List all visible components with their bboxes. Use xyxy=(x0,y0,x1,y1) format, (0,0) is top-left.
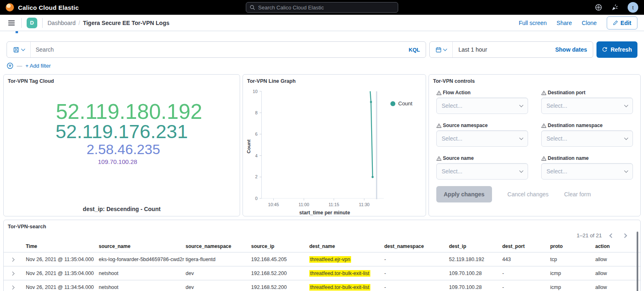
cell-dest-namespace: - xyxy=(384,271,449,276)
count-series-line[interactable] xyxy=(370,91,373,177)
top-app-bar: Calico Cloud Elastic t xyxy=(0,0,644,15)
control-field-source-name: Source name Select... xyxy=(436,155,528,180)
breadcrumb-separator: / xyxy=(79,20,80,26)
chevron-down-icon xyxy=(443,47,447,51)
saved-query-menu-button[interactable] xyxy=(7,42,31,57)
column-header[interactable]: source_name xyxy=(99,243,186,249)
x-tick-label: 11:30 xyxy=(359,202,370,207)
tag-cloud: 52.119.180.192 52.119.176.231 2.58.46.23… xyxy=(4,101,240,165)
filter-circle-icon[interactable] xyxy=(7,62,14,69)
full-screen-button[interactable]: Full screen xyxy=(519,20,546,26)
tag-cloud-item[interactable]: 52.119.176.231 xyxy=(55,122,188,141)
source-name-select[interactable]: Select... xyxy=(436,163,528,180)
legend-label: Count xyxy=(398,100,413,107)
show-dates-button[interactable]: Show dates xyxy=(549,46,593,53)
y-tick-label: 2 xyxy=(255,174,258,179)
column-header[interactable]: proto xyxy=(550,243,595,249)
global-search[interactable] xyxy=(246,2,398,13)
cell-source-ip: 192.168.52.200 xyxy=(251,271,309,276)
newsfeed-party-popper-icon[interactable] xyxy=(611,4,619,11)
legend-item-count[interactable]: Count xyxy=(390,100,413,107)
panel-title: Tor-VPN Tag Cloud xyxy=(4,75,240,86)
chevron-down-icon xyxy=(624,103,628,107)
panel-line-graph: Tor-VPN Line Graph 0 2 4 6 8 10 xyxy=(243,74,426,216)
column-header[interactable]: dest_name xyxy=(309,243,384,249)
panel-title: Tor-VPN controls xyxy=(429,75,640,86)
tag-cloud-item[interactable]: 2.58.46.235 xyxy=(86,143,160,156)
warning-icon xyxy=(436,156,442,161)
line-chart: 0 2 4 6 8 10 10:45 11:00 11:15 11:30 xyxy=(243,86,426,219)
calendar-menu-button[interactable] xyxy=(430,42,453,57)
cell-dest-name-highlighted: threatfeed.tor-bulk-exit-list xyxy=(309,284,370,291)
add-filter-button[interactable]: + Add filter xyxy=(25,63,51,69)
clear-form-button[interactable]: Clear form xyxy=(564,191,591,198)
apply-changes-button[interactable]: Apply changes xyxy=(436,186,492,202)
menu-hamburger-icon[interactable] xyxy=(7,18,16,28)
cancel-changes-button[interactable]: Cancel changes xyxy=(508,191,549,198)
pencil-icon xyxy=(613,20,618,25)
user-avatar[interactable]: t xyxy=(628,2,638,13)
previous-page-button[interactable] xyxy=(608,231,615,240)
y-tick-label: 6 xyxy=(255,132,258,136)
x-tick-label: 11:00 xyxy=(299,202,309,207)
cell-source-name: netshoot xyxy=(99,284,186,290)
x-axis-label: start_time per minute xyxy=(299,210,350,216)
y-tick-label: 8 xyxy=(255,110,258,115)
destination-name-select[interactable]: Select... xyxy=(541,163,633,180)
panel-title: Tor-VPN-search xyxy=(4,220,640,231)
tag-cloud-item[interactable]: 109.70.100.28 xyxy=(98,159,137,165)
column-header[interactable]: dest_port xyxy=(502,243,550,249)
flow-action-select[interactable]: Select... xyxy=(436,98,528,114)
dashboard-app-badge[interactable]: D xyxy=(27,18,37,28)
kql-language-button[interactable]: KQL xyxy=(403,47,426,53)
destination-namespace-select[interactable]: Select... xyxy=(541,130,633,147)
pagination: 1–21 of 21 xyxy=(577,231,628,240)
cell-source-ip: 192.168.52.200 xyxy=(251,284,309,290)
column-header[interactable]: dest_namespace xyxy=(384,243,449,249)
destination-port-select[interactable]: Select... xyxy=(541,98,633,114)
next-page-button[interactable] xyxy=(621,231,628,240)
query-search-input[interactable] xyxy=(31,46,403,53)
warning-icon xyxy=(541,156,546,161)
globe-icon[interactable] xyxy=(595,4,602,11)
cell-source-name: netshoot xyxy=(99,271,186,276)
control-field-destination-name: Destination name Select... xyxy=(541,155,633,180)
cell-dest-name-highlighted: threatfeed.tor-bulk-exit-list xyxy=(309,270,370,277)
expand-row-button[interactable] xyxy=(9,268,16,278)
source-namespace-select[interactable]: Select... xyxy=(436,130,528,147)
control-field-destination-namespace: Destination namespace Select... xyxy=(541,123,633,147)
cell-dest-namespace: - xyxy=(384,257,449,262)
panel-controls: Tor-VPN controls Flow Action Select... xyxy=(429,74,641,216)
tag-cloud-item[interactable]: 52.119.180.192 xyxy=(56,101,202,122)
query-section: KQL Last 1 hour Show dates Refresh xyxy=(0,33,644,70)
column-header[interactable]: Time xyxy=(26,243,99,249)
app-title: Calico Cloud Elastic xyxy=(18,4,79,11)
clone-button[interactable]: Clone xyxy=(582,20,597,26)
expand-row-button[interactable] xyxy=(9,255,16,264)
breadcrumb-dashboard[interactable]: Dashboard xyxy=(48,20,76,26)
control-field-destination-port: Destination port Select... xyxy=(541,90,633,114)
time-range-value[interactable]: Last 1 hour xyxy=(453,46,493,53)
panel-search-table: Tor-VPN-search 1–21 of 21 Time source_na… xyxy=(3,220,641,291)
column-header[interactable]: action xyxy=(595,243,635,249)
expand-row-button[interactable] xyxy=(9,282,16,291)
date-picker: Last 1 hour Show dates xyxy=(429,41,593,58)
dashboard-nav-bar: D Dashboard / Tigera Secure EE Tor-VPN L… xyxy=(0,15,644,31)
column-header[interactable]: source_ip xyxy=(251,243,309,249)
warning-icon xyxy=(436,90,442,95)
cell-source-namespace: tigera-fluentd xyxy=(186,257,251,262)
edit-button[interactable]: Edit xyxy=(607,16,637,30)
panel-tag-cloud: Tor-VPN Tag Cloud 52.119.180.192 52.119.… xyxy=(3,74,240,216)
cell-proto: icmp xyxy=(550,284,595,290)
refresh-button[interactable]: Refresh xyxy=(596,41,637,58)
global-search-input[interactable] xyxy=(258,5,395,11)
control-field-source-namespace: Source namespace Select... xyxy=(436,123,528,147)
query-input-bar: KQL xyxy=(7,41,426,58)
column-header[interactable]: dest_ip xyxy=(449,243,502,249)
table-scrollbar[interactable] xyxy=(637,232,638,291)
cell-source-name: eks-log-forwarder-5bd4659786-cwd2r xyxy=(99,257,186,262)
y-axis-label: Count xyxy=(246,139,251,153)
share-button[interactable]: Share xyxy=(557,20,572,26)
chevron-down-icon xyxy=(519,136,524,140)
column-header[interactable]: source_namespace xyxy=(186,243,251,249)
